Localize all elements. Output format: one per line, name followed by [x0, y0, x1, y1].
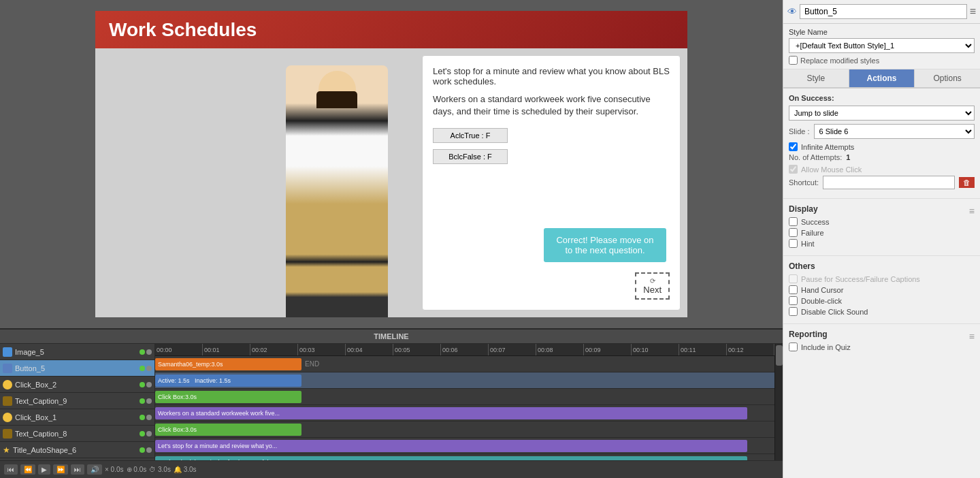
hand-cursor-checkbox[interactable] [789, 285, 798, 294]
row-name-textcaption9: Text_Caption_9 [15, 397, 137, 405]
track-block-clickbox1[interactable]: Click Box:3.0s [155, 424, 301, 436]
visibility-dot-cb1 [140, 415, 145, 420]
others-section: Others Pause for Success/Failure Caption… [783, 256, 980, 324]
row-controls-tc8 [140, 431, 152, 436]
failure-checkbox[interactable] [789, 228, 798, 237]
character-silhouette [286, 65, 388, 317]
true-button[interactable]: AclcTrue : F [433, 128, 508, 143]
timeline-row-clickbox1[interactable]: Click_Box_1 [0, 409, 154, 426]
visibility-dot-b5 [140, 366, 145, 371]
track-row-tc8[interactable]: Let's stop for a minute and review what … [155, 438, 774, 454]
end-marker-0: END [305, 360, 319, 368]
timeline-vscrollbar[interactable] [774, 344, 783, 460]
track-block-tc9[interactable]: Workers on a standard workweek work five… [155, 407, 747, 419]
shortcut-clear-button[interactable]: 🗑 [959, 177, 975, 188]
timeline-audio[interactable]: 🔊 [87, 464, 102, 475]
ruler-mark-1: 00:01 [203, 344, 250, 355]
hand-cursor-label: Hand Cursor [801, 286, 843, 294]
element-name-input[interactable] [800, 4, 967, 19]
shortcut-label-text: Shortcut: [789, 178, 819, 187]
clickbox-icon [3, 380, 12, 389]
on-success-label: On Success: [789, 94, 975, 102]
track-row-clickbox1[interactable]: Click Box:3.0s [155, 421, 774, 438]
lock-dot [146, 349, 152, 355]
visibility-dot-cb2 [140, 382, 145, 387]
timeline-prev[interactable]: ⏪ [20, 464, 35, 475]
style-name-section: Style Name +[Default Text Button Style]_… [783, 24, 980, 69]
track-block-samantha[interactable]: Samantha06_temp:3.0s [155, 358, 301, 370]
infinite-attempts-row: Infinite Attempts [789, 142, 975, 151]
ruler-mark-11: 00:11 [679, 344, 727, 355]
reporting-section: Reporting ≡ Include in Quiz [783, 324, 980, 359]
infinite-attempts-label: Infinite Attempts [801, 143, 854, 151]
success-checkbox[interactable] [789, 217, 798, 226]
reporting-header-row: Reporting ≡ [789, 330, 975, 342]
on-success-dropdown[interactable]: Jump to slide [789, 106, 975, 121]
false-button[interactable]: BclcFalse : F [433, 149, 508, 164]
row-name-autoshape6: Title_AutoShape_6 [13, 446, 137, 454]
timeline-row-button5[interactable]: Button_5 [0, 360, 154, 377]
hint-checkbox[interactable] [789, 239, 798, 248]
timeline-labels: Image_5 Button_5 [0, 344, 155, 460]
infinite-attempts-checkbox[interactable] [789, 142, 798, 151]
tab-actions[interactable]: Actions [849, 69, 915, 87]
timeline-area: TIMELINE Image_5 [0, 328, 783, 478]
replace-label-text: Replace modified styles [800, 57, 879, 65]
track-block-autoshape6[interactable]: Work Schedules :Display for the rest of … [155, 456, 747, 461]
timeline-to-start[interactable]: ⏮ [4, 464, 18, 475]
panel-menu-icon[interactable]: ≡ [970, 5, 976, 18]
reporting-menu-icon[interactable]: ≡ [969, 331, 975, 342]
replace-check-label: Replace modified styles [789, 56, 975, 65]
hint-check-row: Hint [789, 239, 975, 248]
failure-label: Failure [801, 229, 824, 237]
timeline-row-textcaption9[interactable]: Text_Caption_9 [0, 393, 154, 409]
include-in-quiz-checkbox[interactable] [789, 342, 798, 351]
display-menu-icon[interactable]: ≡ [969, 206, 975, 217]
on-success-section: On Success: Jump to slide Slide : 6 Slid… [783, 89, 980, 199]
ruler-mark-9: 00:09 [584, 344, 632, 355]
style-dropdown[interactable]: +[Default Text Button Style]_1 [789, 38, 975, 53]
track-row-image5[interactable]: Samantha06_temp:3.0s END [155, 356, 774, 372]
timeline-tracks[interactable]: 00:00 00:01 00:02 00:03 00:04 00:05 00:0… [155, 344, 774, 460]
shortcut-input[interactable] [823, 176, 955, 189]
disable-click-sound-checkbox[interactable] [789, 307, 798, 316]
display-label: Display [789, 204, 818, 214]
next-button-area[interactable]: ⟳ Next [635, 272, 670, 300]
row-name-button5: Button_5 [15, 364, 137, 372]
others-header-row: Others [789, 261, 975, 274]
panel-top: 👁 ≡ [783, 0, 980, 24]
track-row-tc9[interactable]: Workers on a standard workweek work five… [155, 405, 774, 421]
tab-style[interactable]: Style [783, 69, 849, 87]
star-icon: ★ [3, 445, 10, 455]
eye-icon[interactable]: 👁 [787, 6, 797, 17]
timeline-row-textcaption8[interactable]: Text_Caption_8 [0, 426, 154, 442]
visibility-dot [140, 349, 145, 355]
track-block-button5[interactable]: Active: 1.5s Inactive: 1.5s [155, 375, 301, 387]
row-controls-button5 [140, 366, 152, 371]
track-block-clickbox2[interactable]: Click Box:3.0s [155, 391, 301, 403]
track-area: Samantha06_temp:3.0s END Active: 1.5s In… [155, 356, 774, 460]
allow-mouse-click-label: Allow Mouse Click [801, 165, 862, 174]
slide-label-row: Slide : 6 Slide 6 [789, 124, 975, 139]
lock-dot-tc9 [146, 398, 152, 404]
timeline-next[interactable]: ⏩ [53, 464, 68, 475]
timeline-row-autoshape6[interactable]: ★ Title_AutoShape_6 [0, 442, 154, 458]
replace-checkbox[interactable] [789, 56, 798, 65]
double-click-checkbox[interactable] [789, 296, 798, 305]
include-in-quiz-row: Include in Quiz [789, 342, 975, 351]
track-block-tc8[interactable]: Let's stop for a minute and review what … [155, 440, 747, 452]
track-row-autoshape6[interactable]: Work Schedules :Display for the rest of … [155, 454, 774, 460]
ruler-mark-6: 00:06 [441, 344, 489, 355]
timeline-to-end[interactable]: ⏭ [71, 464, 84, 475]
track-row-clickbox2[interactable]: Click Box:3.0s [155, 389, 774, 405]
feedback-text: Correct! Please move on to the next ques… [556, 235, 653, 255]
character-area [259, 48, 415, 317]
timeline-play[interactable]: ▶ [38, 464, 50, 475]
visibility-dot-as6 [140, 447, 145, 453]
track-row-button5[interactable]: Active: 1.5s Inactive: 1.5s [155, 372, 774, 389]
timeline-row-image5[interactable]: Image_5 [0, 344, 154, 360]
tab-options[interactable]: Options [915, 69, 980, 87]
slide-dropdown[interactable]: 6 Slide 6 [814, 124, 975, 139]
vscrollbar-thumb[interactable] [776, 345, 783, 366]
timeline-row-clickbox2[interactable]: Click_Box_2 [0, 377, 154, 393]
